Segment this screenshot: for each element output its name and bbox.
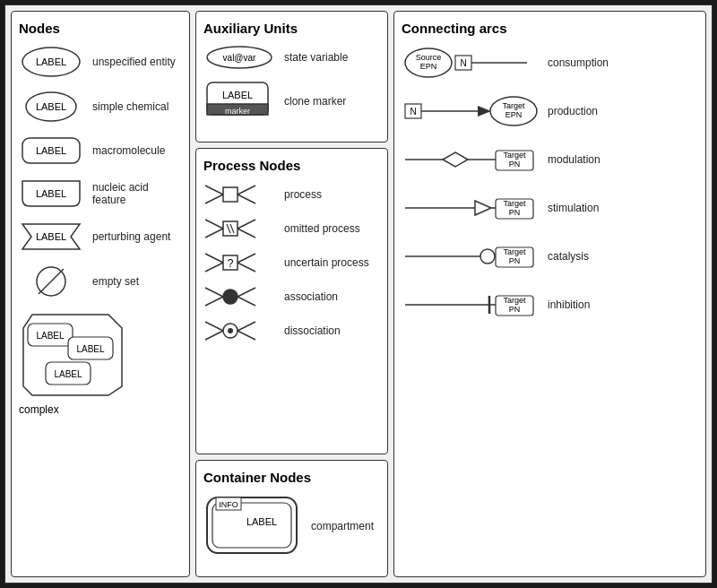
svg-line-41 (205, 288, 223, 297)
association-label: association (284, 290, 338, 303)
nodes-title: Nodes (19, 21, 182, 36)
association-shape (203, 284, 275, 309)
svg-text:marker: marker (225, 107, 250, 116)
nucleic-acid-label: nucleic acid feature (92, 181, 182, 206)
modulation-arc-shape: Target PN (402, 142, 540, 177)
production-arc-shape: N Target EPN (402, 93, 540, 129)
svg-line-27 (238, 195, 255, 203)
svg-text:LABEL: LABEL (36, 188, 66, 199)
svg-line-46 (205, 322, 223, 331)
dissociation-shape (203, 318, 275, 343)
simple-chemical-label: simple chemical (92, 100, 168, 113)
empty-set-shape (19, 264, 83, 299)
svg-line-51 (238, 331, 255, 340)
svg-text:LABEL: LABEL (36, 331, 65, 341)
arc-row-production: N Target EPN production (402, 93, 698, 129)
process-panel: Process Nodes process (195, 148, 388, 454)
svg-text:Target: Target (503, 247, 526, 256)
svg-text:PN: PN (509, 208, 521, 217)
svg-text:N: N (410, 107, 416, 117)
svg-text:INFO: INFO (219, 500, 238, 509)
consumption-label: consumption (548, 56, 609, 69)
inhibition-label: inhibition (548, 298, 590, 311)
arc-row-inhibition: Target PN inhibition (402, 287, 698, 323)
compartment-shape: INFO LABEL (203, 494, 302, 558)
svg-text:Target: Target (502, 101, 525, 110)
svg-text:PN: PN (509, 305, 521, 314)
svg-line-28 (205, 220, 223, 229)
svg-text:N: N (460, 58, 466, 68)
process-title: Process Nodes (203, 158, 380, 173)
svg-text:LABEL: LABEL (76, 344, 105, 354)
nodes-panel: Nodes LABEL unspecified entity LABEL sim… (11, 11, 190, 577)
proc-row-omitted: omitted process (203, 216, 380, 241)
svg-line-47 (205, 331, 223, 340)
svg-line-40 (238, 263, 255, 272)
uncertain-process-label: uncertain process (284, 256, 369, 269)
production-label: production (548, 105, 598, 117)
svg-text:LABEL: LABEL (36, 56, 66, 67)
arcs-title: Connecting arcs (402, 21, 698, 36)
svg-text:Source: Source (416, 53, 442, 62)
svg-text:EPN: EPN (505, 110, 523, 119)
svg-marker-77 (475, 201, 491, 215)
complex-shape: LABEL LABEL LABEL (19, 310, 135, 400)
svg-line-23 (205, 186, 223, 195)
svg-line-26 (238, 186, 255, 195)
svg-text:LABEL: LABEL (246, 516, 277, 527)
svg-line-50 (238, 322, 255, 331)
unspecified-entity-label: unspecified entity (92, 56, 176, 68)
auxiliary-panel: Auxiliary Units val@var state variable L… (195, 11, 388, 143)
svg-point-83 (480, 249, 495, 264)
arc-row-consumption: Source EPN N consumption (402, 45, 698, 81)
proc-row-dissociation: dissociation (203, 318, 380, 343)
simple-chemical-shape: LABEL (19, 90, 83, 124)
macromolecule-shape: LABEL (19, 134, 83, 167)
svg-point-49 (228, 328, 233, 333)
container-title: Container Nodes (203, 470, 380, 485)
svg-text:LABEL: LABEL (36, 101, 66, 112)
svg-line-24 (205, 195, 223, 203)
svg-text:LABEL: LABEL (54, 369, 82, 379)
proc-row-association: association (203, 284, 380, 309)
auxiliary-title: Auxiliary Units (203, 21, 380, 36)
state-variable-shape: val@var (203, 45, 275, 70)
perturbing-agent-label: perturbing agent (92, 230, 170, 243)
svg-line-36 (205, 263, 223, 272)
svg-text:EPN: EPN (420, 62, 437, 71)
compartment-label: compartment (311, 520, 374, 532)
complex-label: complex (19, 403, 182, 416)
macromolecule-label: macromolecule (92, 144, 165, 157)
catalysis-arc-shape: Target PN (402, 238, 540, 274)
node-row-empty-set: empty set (19, 264, 182, 299)
consumption-arc-shape: Source EPN N (402, 45, 540, 81)
uncertain-process-shape: ? (203, 250, 275, 275)
node-row-unspecified: LABEL unspecified entity (19, 45, 182, 79)
aux-row-state-var: val@var state variable (203, 45, 380, 70)
container-panel: Container Nodes INFO LABEL compartment (195, 460, 388, 577)
svg-rect-25 (223, 187, 238, 202)
node-row-complex: LABEL LABEL LABEL (19, 310, 182, 400)
process-label: process (284, 188, 322, 201)
svg-line-39 (238, 254, 255, 263)
omitted-process-shape (203, 216, 275, 241)
state-variable-label: state variable (284, 51, 348, 64)
svg-line-44 (238, 288, 255, 297)
svg-text:Target: Target (503, 151, 526, 160)
arcs-panel: Connecting arcs Source EPN N consumption… (393, 11, 706, 577)
legend-container: Nodes LABEL unspecified entity LABEL sim… (4, 4, 713, 584)
svg-text:?: ? (228, 257, 234, 270)
proc-row-process: process (203, 182, 380, 207)
arc-row-catalysis: Target PN catalysis (402, 238, 698, 274)
empty-set-label: empty set (92, 275, 139, 288)
svg-rect-30 (223, 221, 238, 236)
node-row-simple-chemical: LABEL simple chemical (19, 90, 182, 124)
inhibition-arc-shape: Target PN (402, 287, 540, 323)
nucleic-acid-shape: LABEL (19, 177, 83, 210)
stimulation-label: stimulation (548, 202, 599, 214)
node-row-perturbing-agent: LABEL perturbing agent (19, 220, 182, 253)
svg-text:Target: Target (503, 296, 526, 305)
stimulation-arc-shape: Target PN (402, 190, 540, 226)
middle-column: Auxiliary Units val@var state variable L… (195, 11, 388, 577)
clone-marker-shape: LABEL marker (203, 79, 275, 124)
